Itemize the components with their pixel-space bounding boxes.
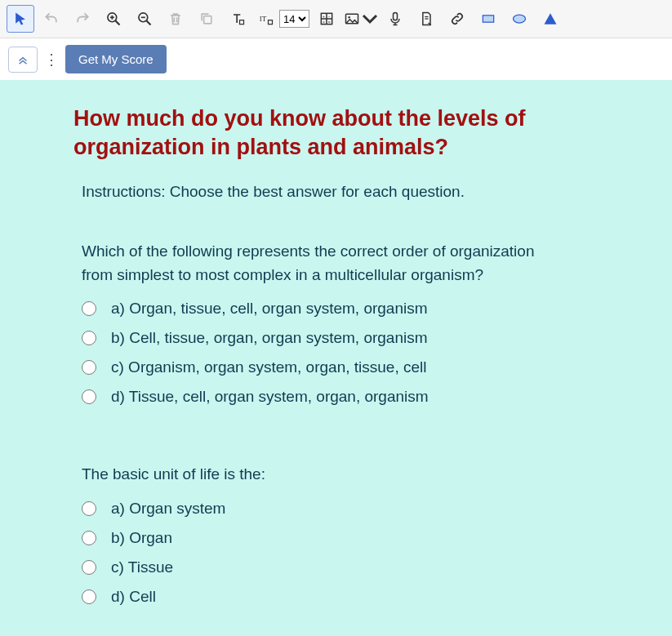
option-b: b) Cell, tissue, organ, organ system, or… bbox=[82, 329, 599, 347]
undo-icon bbox=[43, 11, 60, 27]
microphone-button[interactable] bbox=[381, 5, 409, 33]
svg-line-5 bbox=[147, 21, 151, 25]
delete-button[interactable] bbox=[162, 5, 189, 33]
cursor-icon bbox=[12, 11, 29, 27]
text-single-icon bbox=[229, 11, 246, 27]
triangle-shape-button[interactable] bbox=[536, 5, 564, 33]
svg-text:=: = bbox=[328, 20, 331, 24]
text-single-button[interactable] bbox=[224, 5, 251, 33]
option-radio[interactable] bbox=[82, 331, 96, 345]
ellipse-icon bbox=[511, 11, 527, 27]
option-label: c) Organism, organ system, organ, tissue… bbox=[111, 358, 426, 376]
duplicate-button[interactable] bbox=[193, 5, 220, 33]
option-b: b) Organ bbox=[82, 529, 599, 547]
link-button[interactable] bbox=[443, 5, 471, 33]
option-label: b) Cell, tissue, organ, organ system, or… bbox=[111, 329, 428, 347]
ellipse-shape-button[interactable] bbox=[505, 5, 533, 33]
option-radio[interactable] bbox=[82, 501, 96, 516]
more-menu[interactable]: ⋮ bbox=[44, 51, 59, 69]
document-icon bbox=[418, 11, 434, 27]
question-text: The basic unit of life is the: bbox=[82, 463, 539, 487]
option-label: c) Tissue bbox=[111, 558, 173, 576]
worksheet-title: How much do you know about the levels of… bbox=[73, 105, 599, 162]
option-label: a) Organ system bbox=[111, 500, 225, 518]
subbar: ⋮ Get My Score bbox=[0, 38, 672, 80]
option-d: d) Tissue, cell, organ system, organ, or… bbox=[82, 388, 599, 406]
svg-text:+: + bbox=[323, 14, 325, 19]
microphone-icon bbox=[387, 11, 403, 27]
worksheet: How much do you know about the levels of… bbox=[0, 80, 672, 636]
zoom-in-icon bbox=[105, 11, 122, 27]
option-radio[interactable] bbox=[82, 301, 96, 316]
undo-button[interactable] bbox=[38, 5, 65, 33]
option-d: d) Cell bbox=[82, 588, 599, 606]
text-multi-icon: IT bbox=[258, 11, 274, 27]
rectangle-icon bbox=[480, 11, 496, 27]
svg-line-1 bbox=[116, 21, 120, 25]
option-label: d) Cell bbox=[111, 588, 156, 606]
option-radio[interactable] bbox=[82, 531, 96, 545]
rectangle-shape-button[interactable] bbox=[474, 5, 502, 33]
svg-rect-7 bbox=[204, 16, 211, 24]
svg-rect-8 bbox=[240, 20, 244, 24]
redo-icon bbox=[74, 11, 91, 27]
copy-icon bbox=[198, 11, 215, 27]
question-block-2: The basic unit of life is the: a) Organ … bbox=[73, 463, 599, 606]
svg-rect-23 bbox=[483, 16, 493, 22]
zoom-out-icon bbox=[136, 11, 153, 27]
document-button[interactable] bbox=[412, 5, 440, 33]
option-radio[interactable] bbox=[82, 389, 96, 404]
option-radio[interactable] bbox=[82, 360, 96, 375]
svg-point-24 bbox=[514, 15, 526, 23]
table-icon: +−×= bbox=[318, 11, 335, 27]
option-a: a) Organ system bbox=[82, 500, 599, 518]
image-button[interactable] bbox=[344, 5, 378, 33]
triangle-icon bbox=[542, 11, 559, 27]
option-label: a) Organ, tissue, cell, organ system, or… bbox=[111, 300, 428, 318]
option-label: b) Organ bbox=[111, 529, 172, 547]
svg-rect-10 bbox=[269, 20, 273, 24]
svg-text:−: − bbox=[328, 14, 331, 19]
option-label: d) Tissue, cell, organ system, organ, or… bbox=[111, 388, 429, 406]
dots-vertical-icon: ⋮ bbox=[44, 51, 59, 68]
zoom-in-button[interactable] bbox=[100, 5, 127, 33]
link-icon bbox=[449, 11, 465, 27]
option-a: a) Organ, tissue, cell, organ system, or… bbox=[82, 300, 599, 318]
options-list: a) Organ system b) Organ c) Tissue d) Ce… bbox=[82, 500, 599, 606]
toolbar: IT 14 +−×= bbox=[0, 0, 672, 38]
worksheet-instructions: Instructions: Choose the best answer for… bbox=[73, 183, 599, 201]
option-c: c) Tissue bbox=[82, 558, 599, 576]
font-size-group: IT 14 bbox=[255, 5, 309, 33]
pointer-tool[interactable] bbox=[7, 5, 34, 33]
text-multi-button[interactable]: IT bbox=[255, 5, 278, 33]
collapse-button[interactable] bbox=[8, 47, 38, 73]
svg-text:IT: IT bbox=[260, 15, 267, 23]
chevron-down-icon bbox=[362, 11, 378, 27]
question-text: Which of the following represents the co… bbox=[82, 240, 539, 287]
question-block-1: Which of the following represents the co… bbox=[73, 240, 599, 406]
trash-icon bbox=[167, 11, 184, 27]
svg-point-19 bbox=[348, 16, 350, 18]
redo-button[interactable] bbox=[69, 5, 96, 33]
options-list: a) Organ, tissue, cell, organ system, or… bbox=[82, 300, 599, 406]
font-size-select[interactable]: 14 bbox=[279, 10, 309, 28]
image-icon bbox=[344, 11, 360, 27]
chevron-double-up-icon bbox=[16, 52, 30, 67]
option-radio[interactable] bbox=[82, 560, 96, 575]
svg-rect-20 bbox=[394, 13, 398, 20]
option-c: c) Organism, organ system, organ, tissue… bbox=[82, 358, 599, 376]
zoom-out-button[interactable] bbox=[131, 5, 158, 33]
svg-text:×: × bbox=[323, 20, 325, 24]
option-radio[interactable] bbox=[82, 589, 96, 604]
table-button[interactable]: +−×= bbox=[313, 5, 340, 33]
get-score-button[interactable]: Get My Score bbox=[65, 45, 167, 73]
